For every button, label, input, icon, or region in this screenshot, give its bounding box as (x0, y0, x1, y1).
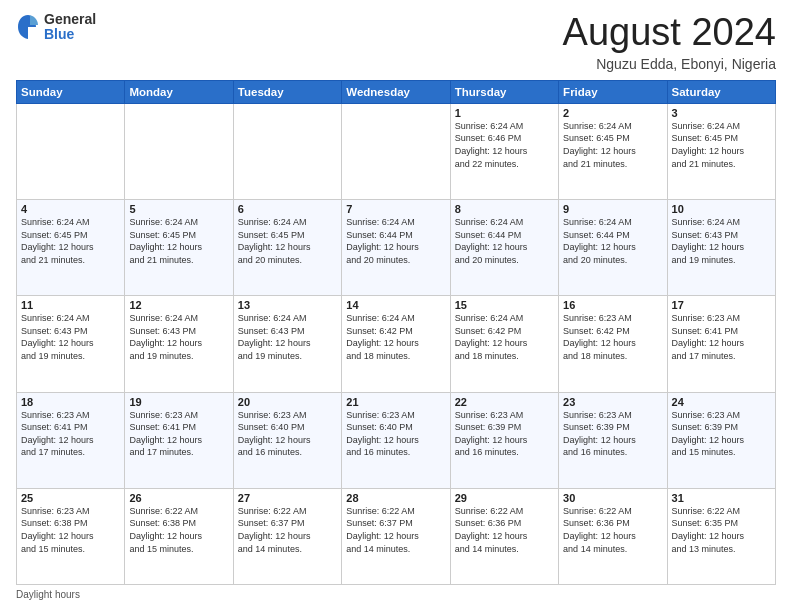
day-info: Sunrise: 6:24 AM Sunset: 6:45 PM Dayligh… (129, 216, 228, 266)
logo: General Blue (16, 12, 96, 43)
location: Nguzu Edda, Ebonyi, Nigeria (563, 56, 776, 72)
weekday-header: Friday (559, 80, 667, 103)
weekday-header: Wednesday (342, 80, 450, 103)
calendar-cell: 14Sunrise: 6:24 AM Sunset: 6:42 PM Dayli… (342, 296, 450, 392)
day-number: 1 (455, 107, 554, 119)
day-info: Sunrise: 6:23 AM Sunset: 6:42 PM Dayligh… (563, 312, 662, 362)
calendar-cell: 5Sunrise: 6:24 AM Sunset: 6:45 PM Daylig… (125, 200, 233, 296)
day-number: 23 (563, 396, 662, 408)
calendar-cell: 18Sunrise: 6:23 AM Sunset: 6:41 PM Dayli… (17, 392, 125, 488)
calendar-cell: 28Sunrise: 6:22 AM Sunset: 6:37 PM Dayli… (342, 488, 450, 584)
weekday-header: Sunday (17, 80, 125, 103)
day-info: Sunrise: 6:22 AM Sunset: 6:35 PM Dayligh… (672, 505, 771, 555)
day-number: 18 (21, 396, 120, 408)
day-info: Sunrise: 6:22 AM Sunset: 6:38 PM Dayligh… (129, 505, 228, 555)
calendar-cell (17, 103, 125, 199)
calendar-cell: 12Sunrise: 6:24 AM Sunset: 6:43 PM Dayli… (125, 296, 233, 392)
calendar-cell (125, 103, 233, 199)
day-number: 27 (238, 492, 337, 504)
day-info: Sunrise: 6:23 AM Sunset: 6:39 PM Dayligh… (672, 409, 771, 459)
calendar-cell: 15Sunrise: 6:24 AM Sunset: 6:42 PM Dayli… (450, 296, 558, 392)
day-info: Sunrise: 6:24 AM Sunset: 6:45 PM Dayligh… (563, 120, 662, 170)
calendar-cell: 31Sunrise: 6:22 AM Sunset: 6:35 PM Dayli… (667, 488, 775, 584)
day-info: Sunrise: 6:24 AM Sunset: 6:43 PM Dayligh… (129, 312, 228, 362)
calendar-cell: 8Sunrise: 6:24 AM Sunset: 6:44 PM Daylig… (450, 200, 558, 296)
title-section: August 2024 Nguzu Edda, Ebonyi, Nigeria (563, 12, 776, 72)
calendar-header-row: SundayMondayTuesdayWednesdayThursdayFrid… (17, 80, 776, 103)
day-info: Sunrise: 6:23 AM Sunset: 6:41 PM Dayligh… (129, 409, 228, 459)
day-number: 7 (346, 203, 445, 215)
day-info: Sunrise: 6:23 AM Sunset: 6:40 PM Dayligh… (346, 409, 445, 459)
day-number: 29 (455, 492, 554, 504)
day-info: Sunrise: 6:22 AM Sunset: 6:36 PM Dayligh… (455, 505, 554, 555)
calendar-week-row: 1Sunrise: 6:24 AM Sunset: 6:46 PM Daylig… (17, 103, 776, 199)
header: General Blue August 2024 Nguzu Edda, Ebo… (16, 12, 776, 72)
calendar-cell: 19Sunrise: 6:23 AM Sunset: 6:41 PM Dayli… (125, 392, 233, 488)
calendar-cell: 13Sunrise: 6:24 AM Sunset: 6:43 PM Dayli… (233, 296, 341, 392)
daylight-note: Daylight hours (16, 589, 80, 600)
calendar-cell: 4Sunrise: 6:24 AM Sunset: 6:45 PM Daylig… (17, 200, 125, 296)
footer-note: Daylight hours (16, 589, 776, 600)
day-number: 31 (672, 492, 771, 504)
calendar-week-row: 18Sunrise: 6:23 AM Sunset: 6:41 PM Dayli… (17, 392, 776, 488)
calendar-cell: 6Sunrise: 6:24 AM Sunset: 6:45 PM Daylig… (233, 200, 341, 296)
day-number: 30 (563, 492, 662, 504)
logo-blue-text: Blue (44, 27, 96, 42)
day-number: 13 (238, 299, 337, 311)
day-info: Sunrise: 6:24 AM Sunset: 6:45 PM Dayligh… (238, 216, 337, 266)
day-info: Sunrise: 6:23 AM Sunset: 6:39 PM Dayligh… (455, 409, 554, 459)
day-number: 3 (672, 107, 771, 119)
day-number: 11 (21, 299, 120, 311)
day-number: 25 (21, 492, 120, 504)
day-number: 19 (129, 396, 228, 408)
day-info: Sunrise: 6:24 AM Sunset: 6:42 PM Dayligh… (346, 312, 445, 362)
calendar-cell: 10Sunrise: 6:24 AM Sunset: 6:43 PM Dayli… (667, 200, 775, 296)
day-number: 5 (129, 203, 228, 215)
day-info: Sunrise: 6:23 AM Sunset: 6:41 PM Dayligh… (672, 312, 771, 362)
calendar-week-row: 11Sunrise: 6:24 AM Sunset: 6:43 PM Dayli… (17, 296, 776, 392)
day-number: 24 (672, 396, 771, 408)
calendar-cell: 17Sunrise: 6:23 AM Sunset: 6:41 PM Dayli… (667, 296, 775, 392)
day-info: Sunrise: 6:24 AM Sunset: 6:44 PM Dayligh… (563, 216, 662, 266)
calendar-cell: 20Sunrise: 6:23 AM Sunset: 6:40 PM Dayli… (233, 392, 341, 488)
calendar-week-row: 25Sunrise: 6:23 AM Sunset: 6:38 PM Dayli… (17, 488, 776, 584)
day-number: 4 (21, 203, 120, 215)
day-info: Sunrise: 6:24 AM Sunset: 6:46 PM Dayligh… (455, 120, 554, 170)
day-number: 12 (129, 299, 228, 311)
calendar-cell: 30Sunrise: 6:22 AM Sunset: 6:36 PM Dayli… (559, 488, 667, 584)
weekday-header: Tuesday (233, 80, 341, 103)
day-info: Sunrise: 6:24 AM Sunset: 6:42 PM Dayligh… (455, 312, 554, 362)
day-number: 22 (455, 396, 554, 408)
weekday-header: Monday (125, 80, 233, 103)
day-info: Sunrise: 6:24 AM Sunset: 6:45 PM Dayligh… (21, 216, 120, 266)
calendar-cell: 25Sunrise: 6:23 AM Sunset: 6:38 PM Dayli… (17, 488, 125, 584)
day-info: Sunrise: 6:24 AM Sunset: 6:44 PM Dayligh… (346, 216, 445, 266)
day-info: Sunrise: 6:22 AM Sunset: 6:37 PM Dayligh… (346, 505, 445, 555)
day-number: 14 (346, 299, 445, 311)
day-info: Sunrise: 6:22 AM Sunset: 6:37 PM Dayligh… (238, 505, 337, 555)
day-number: 9 (563, 203, 662, 215)
calendar-cell: 11Sunrise: 6:24 AM Sunset: 6:43 PM Dayli… (17, 296, 125, 392)
day-info: Sunrise: 6:24 AM Sunset: 6:43 PM Dayligh… (21, 312, 120, 362)
calendar-cell: 22Sunrise: 6:23 AM Sunset: 6:39 PM Dayli… (450, 392, 558, 488)
day-number: 16 (563, 299, 662, 311)
calendar-cell: 16Sunrise: 6:23 AM Sunset: 6:42 PM Dayli… (559, 296, 667, 392)
day-number: 10 (672, 203, 771, 215)
day-info: Sunrise: 6:24 AM Sunset: 6:45 PM Dayligh… (672, 120, 771, 170)
day-number: 28 (346, 492, 445, 504)
weekday-header: Saturday (667, 80, 775, 103)
day-number: 21 (346, 396, 445, 408)
calendar-cell: 21Sunrise: 6:23 AM Sunset: 6:40 PM Dayli… (342, 392, 450, 488)
calendar-cell (233, 103, 341, 199)
day-number: 8 (455, 203, 554, 215)
calendar-table: SundayMondayTuesdayWednesdayThursdayFrid… (16, 80, 776, 585)
day-number: 6 (238, 203, 337, 215)
calendar-cell: 23Sunrise: 6:23 AM Sunset: 6:39 PM Dayli… (559, 392, 667, 488)
day-info: Sunrise: 6:22 AM Sunset: 6:36 PM Dayligh… (563, 505, 662, 555)
weekday-header: Thursday (450, 80, 558, 103)
logo-general-text: General (44, 12, 96, 27)
day-info: Sunrise: 6:24 AM Sunset: 6:43 PM Dayligh… (238, 312, 337, 362)
day-info: Sunrise: 6:23 AM Sunset: 6:39 PM Dayligh… (563, 409, 662, 459)
page: General Blue August 2024 Nguzu Edda, Ebo… (0, 0, 792, 612)
calendar-cell: 29Sunrise: 6:22 AM Sunset: 6:36 PM Dayli… (450, 488, 558, 584)
